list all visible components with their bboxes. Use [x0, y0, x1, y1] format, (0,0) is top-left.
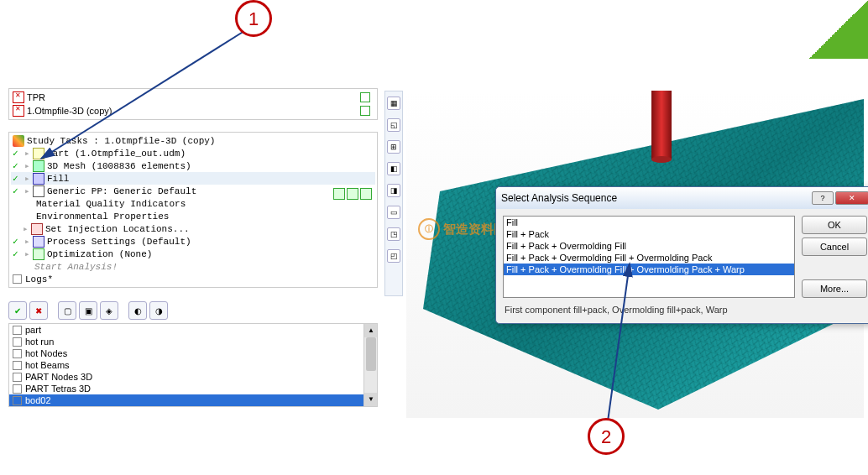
layer-row[interactable]: hot Nodes [9, 347, 377, 359]
callout-2-arrow [603, 260, 653, 428]
list-item[interactable]: Fill [504, 217, 794, 228]
side-icon[interactable] [360, 188, 372, 200]
study-start-row[interactable]: Start Analysis! [11, 260, 375, 273]
study-inject-row[interactable]: ▸ Set Injection Locations... [11, 222, 375, 235]
toolbar-check-button[interactable]: ✔ [8, 301, 27, 320]
toolbar-button[interactable]: ▢ [58, 301, 76, 320]
dialog-description: First component fill+pack, Overmolding f… [496, 305, 868, 323]
midbar-button[interactable]: ▦ [387, 97, 400, 110]
toolbar-button[interactable]: ◈ [100, 301, 118, 320]
checkbox[interactable] [13, 349, 22, 358]
study-logs-row[interactable]: Logs* [11, 273, 375, 285]
ok-button[interactable]: OK [802, 216, 867, 234]
dialog-titlebar[interactable]: Select Analysis Sequence ? ✕ [496, 187, 868, 209]
cancel-button[interactable]: Cancel [802, 238, 867, 256]
midbar-button[interactable]: ⊞ [387, 140, 400, 154]
study-fill-row[interactable]: ✓▸ Fill [11, 172, 375, 185]
checkbox[interactable] [13, 326, 22, 335]
check-icon: ✓ [13, 173, 23, 184]
tools-icon [13, 135, 24, 147]
study-proc-row[interactable]: ✓▸ Process Settings (Default) [11, 235, 375, 248]
expand-icon: ▸ [24, 236, 33, 247]
generic-icon [33, 185, 44, 197]
layer-row-selected[interactable]: bod02 [9, 394, 377, 406]
expand-icon: ▸ [24, 173, 33, 184]
study-logs: Logs* [25, 274, 53, 284]
study-generic: Generic PP: Generic Default [47, 186, 196, 196]
optimize-icon [33, 248, 44, 260]
check-icon: ✓ [13, 248, 23, 259]
close-button[interactable]: ✕ [835, 191, 868, 205]
midbar-button[interactable]: ◨ [387, 184, 400, 197]
expand-icon: ▸ [24, 185, 33, 196]
list-item[interactable]: Fill + Pack [504, 228, 794, 240]
layer-name: hot run [25, 337, 54, 347]
toolbar-button[interactable]: ▣ [79, 301, 97, 320]
scroll-thumb[interactable] [366, 337, 376, 371]
svg-point-5 [651, 156, 672, 163]
layer-name: PART Nodes 3D [25, 372, 92, 382]
expand-icon: ▸ [24, 148, 33, 159]
svg-rect-4 [651, 91, 672, 159]
toolbar-x-button[interactable]: ✖ [29, 301, 48, 320]
side-icon[interactable] [347, 188, 358, 200]
study-env-row[interactable]: Environmental Properties [11, 210, 375, 222]
help-button[interactable]: ? [812, 191, 834, 205]
checkbox[interactable] [13, 361, 22, 370]
callout-1-arrow [38, 24, 256, 167]
callout-2: 2 [588, 418, 625, 455]
midbar-button[interactable]: ◧ [387, 162, 400, 175]
select-analysis-dialog: Select Analysis Sequence ? ✕ Fill Fill +… [495, 186, 868, 324]
inject-icon [31, 223, 43, 235]
layer-row[interactable]: hot Beams [9, 359, 377, 371]
layer-name: bod02 [25, 395, 51, 405]
study-fill: Fill [47, 174, 69, 184]
file-error-icon [13, 91, 24, 103]
study-generic-row[interactable]: ✓▸ Generic PP: Generic Default [11, 185, 375, 197]
corner-decoration [809, 0, 868, 59]
checkbox[interactable] [13, 373, 22, 382]
check-icon: ✓ [13, 148, 23, 159]
study-inject: Set Injection Locations... [45, 224, 190, 234]
midbar-button[interactable]: ▭ [387, 206, 400, 219]
layer-row[interactable]: PART Nodes 3D [9, 371, 377, 383]
expand-icon: ▸ [24, 248, 33, 259]
checkbox[interactable] [13, 396, 22, 405]
scroll-up-icon[interactable]: ▲ [364, 324, 377, 337]
study-env: Environmental Properties [13, 211, 169, 222]
list-item[interactable]: Fill + Pack + Overmolding Fill [504, 240, 794, 252]
study-proc: Process Settings (Default) [47, 237, 191, 247]
check-icon: ✓ [13, 185, 23, 196]
layer-toolbar: ✔ ✖ ▢ ▣ ◈ ◐ ◑ [8, 301, 378, 320]
scroll-down-icon[interactable]: ▼ [364, 393, 377, 406]
fill-icon [33, 173, 44, 185]
dialog-title: Select Analysis Sequence [501, 192, 617, 204]
toolbar-button[interactable]: ◑ [149, 301, 168, 320]
check-icon: ✓ [13, 160, 23, 171]
layer-name: hot Nodes [25, 348, 67, 358]
checkbox[interactable] [13, 274, 22, 284]
study-mqi-row[interactable]: Material Quality Indicators [11, 197, 375, 210]
checkbox[interactable] [13, 384, 22, 394]
scrollbar[interactable]: ▲ ▼ [363, 324, 377, 406]
study-opt-row[interactable]: ✓▸ Optimization (None) [11, 248, 375, 260]
study-start: Start Analysis! [13, 262, 118, 272]
file-error-icon [13, 105, 24, 117]
midbar-button[interactable]: ◰ [387, 249, 400, 263]
more-button[interactable]: More... [802, 279, 867, 298]
side-tool-icons [333, 188, 372, 200]
watermark-icon: ⓘ [418, 218, 440, 240]
layer-row[interactable]: PART Tetras 3D [9, 383, 377, 394]
checkbox[interactable] [13, 337, 22, 347]
layer-row[interactable]: hot run [9, 336, 377, 347]
expand-icon: ▸ [24, 160, 33, 171]
midbar-button[interactable]: ◱ [387, 118, 400, 132]
layer-panel: part hot run hot Nodes hot Beams PART No… [8, 323, 378, 407]
layer-row[interactable]: part [9, 324, 377, 336]
layer-name: hot Beams [25, 360, 70, 370]
midbar-button[interactable]: ◳ [387, 227, 400, 241]
layer-name: PART Tetras 3D [25, 384, 91, 394]
side-icon[interactable] [333, 188, 345, 200]
toolbar-button[interactable]: ◐ [128, 301, 147, 320]
layer-name: part [25, 325, 41, 335]
